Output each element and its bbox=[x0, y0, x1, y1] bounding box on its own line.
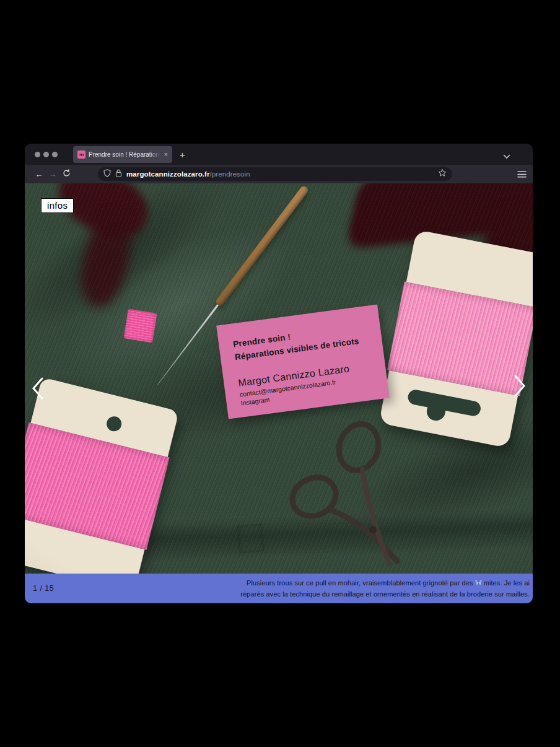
site-favicon-icon: m bbox=[77, 151, 85, 159]
tab-bar: m Prendre soin ! Réparations visib × + bbox=[25, 144, 533, 165]
forward-button[interactable]: → bbox=[46, 170, 59, 179]
window-controls[interactable] bbox=[35, 152, 58, 157]
photo-vignette bbox=[25, 183, 533, 574]
pagination-counter: 1 / 15 bbox=[33, 584, 54, 593]
back-button[interactable]: ← bbox=[32, 170, 46, 179]
image-caption: Plusieurs trous sur ce pull en mohair, v… bbox=[229, 578, 530, 599]
browser-tab[interactable]: m Prendre soin ! Réparations visib × bbox=[73, 146, 172, 163]
reload-button[interactable] bbox=[59, 169, 73, 179]
new-tab-button[interactable]: + bbox=[180, 149, 185, 160]
shield-icon[interactable] bbox=[103, 168, 111, 180]
caption-text-before: Plusieurs trous sur ce pull en mohair, v… bbox=[247, 579, 473, 587]
menu-hamburger-icon[interactable] bbox=[517, 170, 527, 181]
chevron-down-icon[interactable] bbox=[503, 151, 510, 162]
gallery-photo: Prendre soin ! Réparations visibles de t… bbox=[25, 183, 533, 574]
bookmark-star-icon[interactable] bbox=[438, 168, 447, 180]
browser-window: m Prendre soin ! Réparations visib × + ←… bbox=[25, 144, 533, 603]
maximize-window-button[interactable] bbox=[52, 152, 58, 157]
close-window-button[interactable] bbox=[35, 152, 40, 157]
url-path: /prendresoin bbox=[210, 170, 250, 178]
minimize-window-button[interactable] bbox=[43, 152, 49, 157]
close-tab-icon[interactable]: × bbox=[164, 151, 168, 158]
caption-bar: 1 / 15 Plusieurs trous sur ce pull en mo… bbox=[25, 574, 533, 603]
moth-icon bbox=[475, 579, 483, 589]
tab-title: Prendre soin ! Réparations visib bbox=[89, 151, 161, 158]
browser-toolbar: ← → margotcannizzolazaro.fr/prendresoin bbox=[25, 165, 533, 183]
url-bar[interactable]: margotcannizzolazaro.fr/prendresoin bbox=[98, 167, 452, 181]
url-text: margotcannizzolazaro.fr/prendresoin bbox=[126, 170, 250, 178]
lock-icon[interactable] bbox=[115, 168, 122, 180]
url-domain: margotcannizzolazaro.fr bbox=[126, 170, 210, 178]
